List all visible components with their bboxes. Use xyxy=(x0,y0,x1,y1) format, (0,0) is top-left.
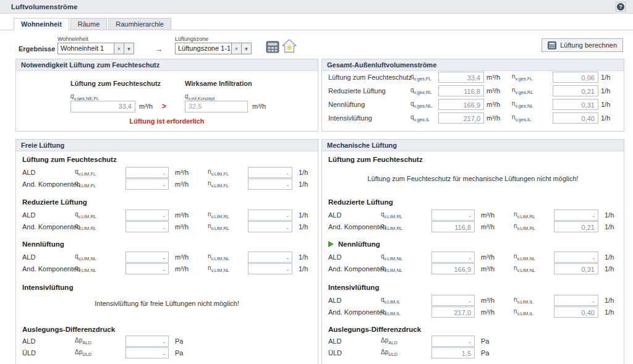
dp-value-field[interactable]: - xyxy=(125,336,169,347)
n-symbol: nv,ges,FL xyxy=(512,73,553,82)
n-value-field[interactable]: 0,21 xyxy=(553,85,598,96)
flow-unit-label: m³/h xyxy=(169,265,208,273)
dp-value-field[interactable]: - xyxy=(431,336,475,347)
symbol-subscript: v,LtM,IL xyxy=(384,311,401,316)
table-row: Intensivlüftung qv,ges,IL 217,0 m³/h nv,… xyxy=(328,112,620,124)
panel-notwendigkeit-title: Notwendigkeit Lüftung zum Feuchteschutz xyxy=(16,59,318,71)
n-value-field[interactable]: 0,40 xyxy=(554,307,598,318)
n-value-field[interactable]: 0,21 xyxy=(554,221,598,232)
row-label: ÜLD xyxy=(22,349,75,357)
rate-unit-label: 1/h xyxy=(598,101,620,108)
row-label: Lüftung zum Feuchteschutz xyxy=(328,74,410,81)
flow-unit-label: m³/h xyxy=(252,103,266,110)
n-value-field[interactable]: - xyxy=(248,263,292,274)
n-symbol: nv,LtM,FL xyxy=(208,168,248,177)
n-value-field[interactable]: - xyxy=(248,210,292,221)
q-value-field[interactable]: - xyxy=(125,167,169,178)
symbol-subscript: ÜLD xyxy=(82,352,91,357)
n-value-field[interactable]: 0,40 xyxy=(553,112,598,124)
flow-unit-label: m³/h xyxy=(139,103,153,110)
table-row: ALD ΔpALD - Pa xyxy=(328,335,620,347)
q-symbol: qv,LtM,FL xyxy=(75,180,125,188)
n-value-field[interactable]: 0,31 xyxy=(553,99,598,110)
q-value-field[interactable]: 166,9 xyxy=(438,99,484,110)
symbol-subscript: v,LtM,NL xyxy=(517,256,535,261)
table-row: And. Komponenten qv,LtM,NL 166,9 m³/h nv… xyxy=(328,263,620,275)
row-label: Intensivlüftung xyxy=(328,114,410,122)
q-value-field[interactable]: - xyxy=(431,210,475,221)
q-value-field[interactable]: 166,9 xyxy=(431,263,475,274)
tab-raeume[interactable]: Räume xyxy=(70,18,107,30)
q-value-field[interactable]: - xyxy=(125,263,169,274)
n-value-field[interactable]: - xyxy=(248,252,292,263)
flow-unit-label: m³/h xyxy=(484,101,512,108)
panel-mechanisch-title: Mechanische Lüftung xyxy=(322,140,624,151)
n-value-field[interactable]: - xyxy=(554,295,598,306)
demand-heading: Lüftung zum Feuchteschutz xyxy=(70,80,161,87)
lueftungszone-combo-input[interactable]: Lüftungszone 1-1 xyxy=(175,43,232,54)
infiltration-value-field[interactable]: 32,5 xyxy=(185,101,248,112)
table-row: And. Komponenten qv,LtM,NL - m³/h nv,LtM… xyxy=(22,263,314,275)
section-heading: Lüftung zum Feuchteschutz xyxy=(328,156,423,163)
n-symbol: nv,ges,RL xyxy=(512,87,553,95)
feuchteschutz-not-possible-message: Lüftung zum Feuchteschutz für mechanisch… xyxy=(322,175,624,182)
n-value-field[interactable]: - xyxy=(248,167,292,178)
row-label: ALD xyxy=(328,253,381,261)
dp-value-field[interactable]: 1,5 xyxy=(431,347,475,358)
symbol-base: Δp xyxy=(381,349,388,355)
tab-raumhierarchie[interactable]: Raumhierarchie xyxy=(108,18,171,30)
flow-unit-label: m³/h xyxy=(169,169,208,176)
symbol-subscript: v,LtM,FL xyxy=(79,171,96,177)
table-row: And. Komponenten qv,LtM,FL - m³/h nv,LtM… xyxy=(22,178,314,190)
dp-value-field[interactable]: - xyxy=(125,347,169,358)
q-value-field[interactable]: 217,0 xyxy=(431,307,475,318)
table-row: ALD ΔpALD - Pa xyxy=(22,335,314,347)
q-value-field[interactable]: 33,4 xyxy=(438,72,484,83)
table-row: Reduzierte Lüftung qv,ges,RL 116,8 m³/h … xyxy=(328,85,620,97)
calculate-ventilation-button[interactable]: Lüftung berechnen xyxy=(542,38,623,52)
symbol-base: Δp xyxy=(75,337,82,344)
table-row: ALD qv,LtM,NL - m³/h nv,LtM,NL - 1/h xyxy=(328,251,620,263)
play-icon xyxy=(328,241,334,247)
n-value-field[interactable]: - xyxy=(554,252,598,263)
n-value-field[interactable]: 0,31 xyxy=(554,263,598,274)
chevron-down-icon[interactable]: ▾ xyxy=(242,43,252,54)
q-value-field[interactable]: - xyxy=(431,252,475,263)
table-row: ÜLD ΔpÜLD - Pa xyxy=(22,347,314,359)
q-value-field[interactable]: - xyxy=(431,295,475,306)
table-row: Lüftung zum Feuchteschutz qv,ges,FL 33,4… xyxy=(328,71,620,83)
title-bar: Luftvolumenströme ? xyxy=(0,0,633,14)
n-value-field[interactable]: 0,06 xyxy=(553,72,598,83)
rate-unit-label: 1/h xyxy=(292,180,314,188)
tab-wohneinheit[interactable]: Wohneinheit xyxy=(14,18,69,30)
n-value-field[interactable]: - xyxy=(554,210,598,221)
symbol-base: Δp xyxy=(381,337,388,344)
q-value-field[interactable]: 116,8 xyxy=(438,85,484,96)
clear-icon[interactable]: × xyxy=(114,43,124,54)
clear-icon[interactable]: × xyxy=(232,43,242,54)
q-value-field[interactable]: - xyxy=(125,252,169,263)
demand-value-field[interactable]: 33,4 xyxy=(70,101,135,112)
panel-freie-title: Freie Lüftung xyxy=(16,140,318,151)
help-button[interactable]: ? xyxy=(616,2,626,12)
symbol-subscript: ÜLD xyxy=(388,352,397,357)
n-value-field[interactable]: - xyxy=(248,221,292,232)
house-icon[interactable] xyxy=(282,39,297,54)
q-value-field[interactable]: - xyxy=(125,210,169,221)
n-symbol: nv,ges,NL xyxy=(512,100,553,109)
wohneinheit-combo-input[interactable]: Wohneinheit 1 xyxy=(57,43,114,54)
panel-freie-lueftung: Freie Lüftung Lüftung zum Feuchteschutz … xyxy=(15,139,318,364)
q-value-field[interactable]: - xyxy=(125,221,169,232)
q-value-field[interactable]: 116,8 xyxy=(431,221,475,232)
table-row: ÜLD ΔpÜLD 1,5 Pa xyxy=(328,347,620,359)
n-value-field[interactable]: - xyxy=(248,179,292,190)
calculator-icon[interactable] xyxy=(266,41,279,54)
symbol-subscript: v,ges,IL xyxy=(516,117,532,122)
chevron-down-icon[interactable]: ▾ xyxy=(124,43,134,54)
q-value-field[interactable]: 217,0 xyxy=(438,112,484,124)
section-heading: Nennlüftung xyxy=(328,240,380,248)
dp-symbol: ΔpALD xyxy=(381,337,431,345)
pressure-unit-label: Pa xyxy=(169,337,314,345)
q-value-field[interactable]: - xyxy=(125,179,169,190)
wohneinheit-combo: Wohneinheit 1 × ▾ xyxy=(57,43,134,54)
